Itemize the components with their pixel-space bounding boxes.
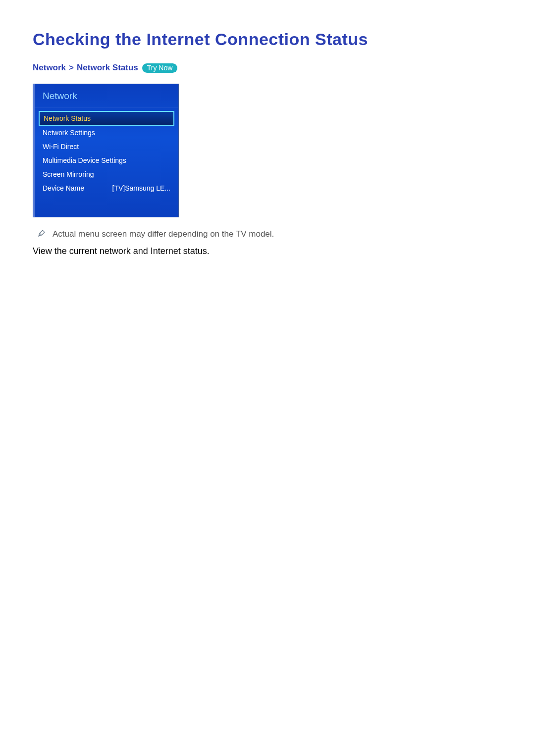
breadcrumb: Network > Network Status Try Now — [33, 63, 502, 73]
pencil-icon — [38, 229, 46, 239]
menu-item-label: Network Settings — [43, 129, 95, 137]
menu-item-label: Screen Mirroring — [43, 170, 94, 178]
breadcrumb-separator: > — [69, 63, 74, 73]
breadcrumb-part-1[interactable]: Network — [33, 63, 66, 73]
note-row: Actual menu screen may differ depending … — [38, 229, 502, 239]
menu-item-label: Wi-Fi Direct — [43, 143, 79, 151]
menu-item-screen-mirroring[interactable]: Screen Mirroring — [39, 167, 174, 181]
menu-item-value: [TV]Samsung LE... — [112, 184, 171, 192]
menu-items: Network Status Network Settings Wi-Fi Di… — [35, 108, 178, 195]
menu-item-label: Device Name — [43, 184, 84, 192]
menu-item-multimedia-device-settings[interactable]: Multimedia Device Settings — [39, 153, 174, 167]
menu-item-device-name[interactable]: Device Name [TV]Samsung LE... — [39, 181, 174, 195]
menu-item-network-settings[interactable]: Network Settings — [39, 126, 174, 140]
page-title: Checking the Internet Connection Status — [33, 30, 502, 49]
breadcrumb-part-2[interactable]: Network Status — [77, 63, 138, 73]
menu-item-label: Network Status — [44, 114, 91, 122]
note-text: Actual menu screen may differ depending … — [53, 229, 274, 239]
menu-item-wifi-direct[interactable]: Wi-Fi Direct — [39, 140, 174, 153]
menu-item-network-status[interactable]: Network Status — [39, 111, 174, 126]
description-text: View the current network and Internet st… — [33, 246, 502, 256]
menu-item-label: Multimedia Device Settings — [43, 156, 126, 164]
menu-header: Network — [35, 84, 178, 108]
network-menu-panel: Network Network Status Network Settings … — [33, 84, 179, 217]
try-now-badge[interactable]: Try Now — [142, 63, 178, 73]
